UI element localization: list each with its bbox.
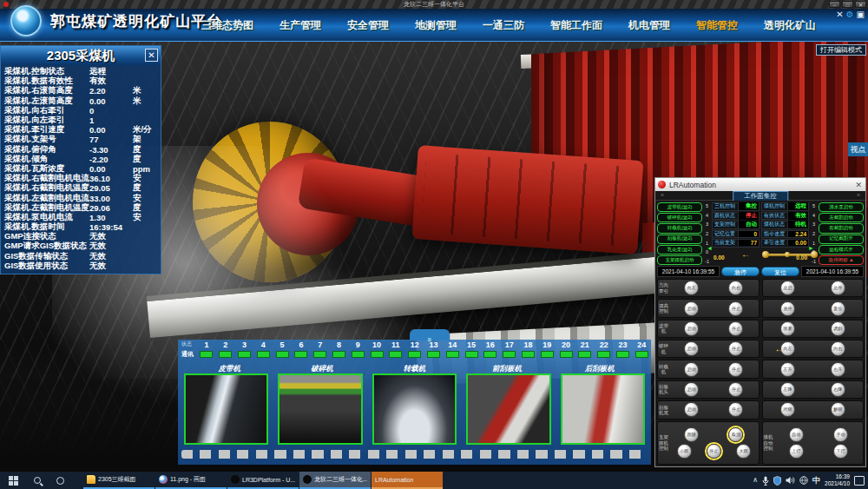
support-status-cell[interactable]: 6 (292, 340, 311, 358)
support-status-cell[interactable]: 16 (481, 340, 500, 358)
control-button[interactable]: 左升 (780, 362, 795, 377)
taskbar-item[interactable]: 2305三维截图 (83, 472, 155, 489)
control-button[interactable]: 停止 (728, 362, 743, 377)
control-button[interactable]: 左降 (780, 382, 795, 397)
camera-thumbnail[interactable] (184, 373, 268, 445)
support-status-cell[interactable]: 18 (519, 340, 538, 358)
volume-icon[interactable] (786, 476, 795, 485)
control-button[interactable]: 启动 (684, 301, 699, 316)
menu-item[interactable]: 智能管控 (696, 18, 738, 33)
gear-icon[interactable]: ⚙ (846, 10, 854, 20)
panel-close-icon[interactable]: ✕ (145, 49, 158, 62)
support-status-cell[interactable]: 21 (575, 340, 595, 358)
start-button[interactable] (0, 476, 26, 486)
control-button[interactable]: 右升 (831, 362, 845, 377)
control-button[interactable]: 跟随 (684, 427, 699, 442)
camera-thumbnail[interactable] (561, 373, 645, 445)
control-button[interactable]: 停止 (707, 444, 721, 459)
ime-indicator[interactable]: 中 (812, 472, 820, 489)
tools-icon[interactable]: ✕ (836, 10, 843, 20)
support-status-cell[interactable]: 9 (348, 340, 367, 358)
function-button[interactable]: 记忆截割开 (819, 235, 864, 244)
control-button[interactable]: 上行 (789, 444, 804, 459)
menu-item[interactable]: 生产管理 (279, 18, 321, 33)
menu-item[interactable]: 透明化矿山 (764, 18, 816, 33)
control-button[interactable]: 下行 (833, 444, 848, 459)
menu-item[interactable]: 三维态势图 (201, 18, 253, 33)
menu-item[interactable]: 机电管理 (628, 18, 670, 33)
device-remote-button[interactable]: 转载机(远2) (657, 223, 702, 233)
action-center-icon[interactable] (854, 476, 865, 486)
tab-workface-control[interactable]: 工作面集控 (733, 191, 788, 201)
device-remote-button[interactable]: 乳化泵(远2) (657, 245, 702, 254)
control-button[interactable]: 停止 (728, 321, 743, 336)
function-button[interactable]: 左截割启动 (819, 213, 864, 222)
device-remote-button[interactable]: 刮板机(远2) (657, 235, 702, 244)
control-button[interactable]: 停止 (728, 382, 743, 397)
menu-item[interactable]: 安全管理 (347, 18, 389, 33)
control-button[interactable]: 自动 (789, 427, 804, 442)
function-button[interactable]: 急停闭锁 ▲ (819, 255, 864, 265)
control-button[interactable]: 小跟 (677, 444, 692, 459)
network-icon[interactable] (799, 476, 808, 485)
microphone-icon[interactable] (762, 476, 769, 486)
control-button[interactable]: 向右 (728, 281, 743, 295)
device-remote-button[interactable]: 支架跟机启动 (657, 255, 702, 265)
control-button[interactable]: 向右 (831, 341, 845, 356)
device-remote-button[interactable]: 破碎机(远2) (657, 213, 702, 222)
search-button[interactable] (26, 477, 49, 484)
taskbar-item[interactable]: LR3DPlatform - U... (227, 472, 299, 489)
support-status-cell[interactable]: 1 (197, 340, 216, 358)
taskbar-item[interactable]: 龙软二三维一体化... (299, 472, 371, 489)
restore-icon[interactable]: ▣ (857, 10, 865, 20)
support-status-cell[interactable]: 19 (537, 340, 556, 358)
support-status-cell[interactable]: 12 (405, 340, 424, 358)
support-status-cell[interactable]: 4 (253, 340, 273, 358)
control-button[interactable]: 向左 (684, 281, 699, 295)
menu-item[interactable]: 地测管理 (415, 18, 457, 33)
support-status-cell[interactable]: 20 (556, 340, 575, 358)
support-status-cell[interactable]: 7 (311, 340, 330, 358)
support-status-cell[interactable]: 10 (367, 340, 386, 358)
support-status-cell[interactable]: 22 (595, 340, 614, 358)
support-status-cell[interactable]: 15 (462, 340, 481, 358)
support-status-cell[interactable]: 5 (273, 340, 292, 358)
control-button[interactable]: 启动 (684, 362, 699, 377)
control-button[interactable]: 解锁 (831, 402, 845, 417)
function-button[interactable]: 清水泵启动 (819, 202, 864, 212)
taskbar-item[interactable]: 11.png - 画图 (155, 472, 227, 489)
viewpoint-tab[interactable]: 视点 (848, 142, 868, 156)
support-status-cell[interactable]: 8 (330, 340, 349, 358)
control-button[interactable]: 启动 (684, 402, 699, 417)
maximize-button[interactable]: □ (842, 1, 853, 8)
function-button[interactable]: 右截割启动 (819, 223, 864, 233)
tab-scroll-right-icon[interactable]: » (857, 192, 860, 198)
menu-item[interactable]: 一通三防 (483, 18, 524, 33)
control-button[interactable]: 急停 (780, 301, 795, 316)
control-button[interactable]: 手动 (833, 427, 848, 442)
control-button[interactable]: 大跟 (736, 444, 751, 459)
taskbar-clock[interactable]: 16:39 2021/4/10 (825, 473, 850, 487)
chevron-up-icon[interactable]: ∧ (753, 472, 758, 489)
menu-item[interactable]: 智能工作面 (550, 18, 602, 33)
support-status-cell[interactable]: 14 (443, 340, 462, 358)
control-button[interactable]: 喷雾 (780, 321, 795, 336)
cortana-button[interactable] (49, 477, 71, 485)
support-status-cell[interactable]: 24 (632, 340, 651, 358)
reset-button[interactable]: 复位 (761, 267, 799, 276)
control-button[interactable]: 右降 (831, 382, 845, 397)
control-button[interactable]: 停止 (728, 341, 743, 356)
minimize-button[interactable]: – (829, 1, 840, 8)
control-button[interactable]: 启动 (684, 341, 699, 356)
control-button[interactable]: 启动 (684, 321, 699, 336)
support-status-cell[interactable]: 13 (424, 340, 444, 358)
lr-titlebar[interactable]: LRAutomation ✕ (655, 178, 865, 191)
estop-button[interactable]: 急停 (721, 267, 760, 276)
control-button[interactable]: 总启 (780, 281, 795, 295)
support-status-cell[interactable]: 23 (614, 340, 633, 358)
shield-icon[interactable] (773, 476, 781, 486)
support-status-cell[interactable]: 2 (216, 340, 235, 358)
control-button[interactable]: 调斜 (831, 321, 845, 336)
taskbar-item[interactable]: LRAutomation (372, 472, 443, 489)
support-status-cell[interactable]: 11 (386, 340, 405, 358)
